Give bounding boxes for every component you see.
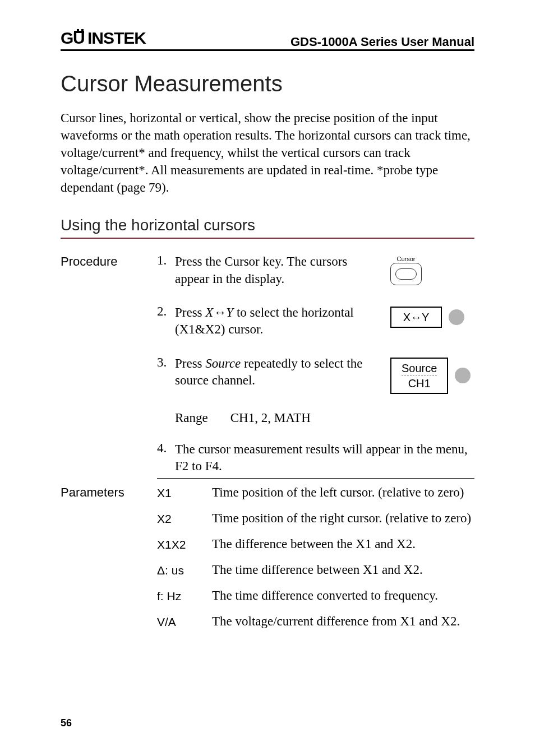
- procedure-step-2: 2. Press X↔Y to select the horizontal (X…: [157, 304, 474, 338]
- step-number: 4.: [157, 441, 169, 456]
- parameters-label: Parameters: [61, 484, 150, 638]
- step-number: 3.: [157, 355, 169, 370]
- parameter-label: X2: [157, 510, 205, 527]
- xy-softbutton: X↔Y: [390, 307, 442, 328]
- parameter-label: Δ: us: [157, 562, 205, 578]
- step-number: 1.: [157, 253, 169, 268]
- step-text: Press Source repeatedly to select the so…: [175, 355, 385, 389]
- parameter-row: X1X2 The difference between the X1 and X…: [157, 536, 474, 553]
- parameter-row: f: Hz The time difference converted to f…: [157, 587, 474, 604]
- knob-icon: [449, 309, 464, 325]
- procedure-steps: 1. Press the Cursor key. The cursors app…: [157, 253, 474, 484]
- procedure-step-1: 1. Press the Cursor key. The cursors app…: [157, 253, 474, 287]
- range-label: Range: [175, 411, 208, 425]
- brand-logo: G U INSTEK: [61, 29, 162, 49]
- parameter-desc: The voltage/current difference from X1 a…: [212, 613, 474, 630]
- parameter-desc: The time difference converted to frequen…: [212, 587, 474, 604]
- softbutton-graphic: X↔Y: [390, 304, 474, 328]
- parameter-row: V/A The voltage/current difference from …: [157, 613, 474, 630]
- divider: [157, 478, 474, 479]
- cursor-key-graphic: Cursor: [390, 253, 474, 285]
- parameter-label: X1X2: [157, 536, 205, 553]
- procedure-step-3: 3. Press Source repeatedly to select the…: [157, 355, 474, 394]
- range-row: Range CH1, 2, MATH: [175, 411, 474, 425]
- parameter-desc: The time difference between X1 and X2.: [212, 562, 474, 578]
- cursor-key-label: Cursor: [396, 256, 415, 262]
- svg-rect-3: [77, 29, 79, 33]
- parameter-desc: The difference between the X1 and X2.: [212, 536, 474, 553]
- section-title: Cursor Measurements: [61, 71, 474, 96]
- parameter-desc: Time position of the right cursor. (rela…: [212, 510, 474, 527]
- softbutton-graphic: Source CH1: [390, 355, 474, 394]
- parameter-desc: Time position of the left cursor. (relat…: [212, 484, 474, 501]
- parameters-list: X1 Time position of the left cursor. (re…: [157, 484, 474, 638]
- svg-rect-4: [81, 29, 84, 33]
- range-value: CH1, 2, MATH: [230, 411, 311, 425]
- parameter-row: X2 Time position of the right cursor. (r…: [157, 510, 474, 527]
- manual-title: GDS-1000A Series User Manual: [290, 35, 474, 49]
- svg-text:G: G: [61, 29, 73, 47]
- section-intro: Cursor lines, horizontal or vertical, sh…: [61, 109, 474, 196]
- step-text: Press X↔Y to select the horizontal (X1&X…: [175, 304, 385, 338]
- procedure-label: Procedure: [61, 253, 150, 484]
- page-header: G U INSTEK GDS-1000A Series User Manual: [61, 29, 474, 51]
- parameter-row: X1 Time position of the left cursor. (re…: [157, 484, 474, 501]
- parameter-label: V/A: [157, 613, 205, 630]
- step-number: 2.: [157, 304, 169, 319]
- step-text: Press the Cursor key. The cursors appear…: [175, 253, 385, 287]
- step-text: The cursor measurement results will appe…: [175, 441, 474, 475]
- parameter-label: X1: [157, 484, 205, 501]
- knob-icon: [455, 368, 471, 383]
- source-softbutton: Source CH1: [390, 358, 448, 394]
- procedure-step-4: 4. The cursor measurement results will a…: [157, 441, 474, 475]
- subsection-title: Using the horizontal cursors: [61, 216, 474, 239]
- cursor-key-icon: [390, 263, 422, 285]
- parameter-row: Δ: us The time difference between X1 and…: [157, 562, 474, 578]
- page-number: 56: [61, 717, 72, 729]
- svg-text:INSTEK: INSTEK: [87, 29, 146, 47]
- parameter-label: f: Hz: [157, 587, 205, 604]
